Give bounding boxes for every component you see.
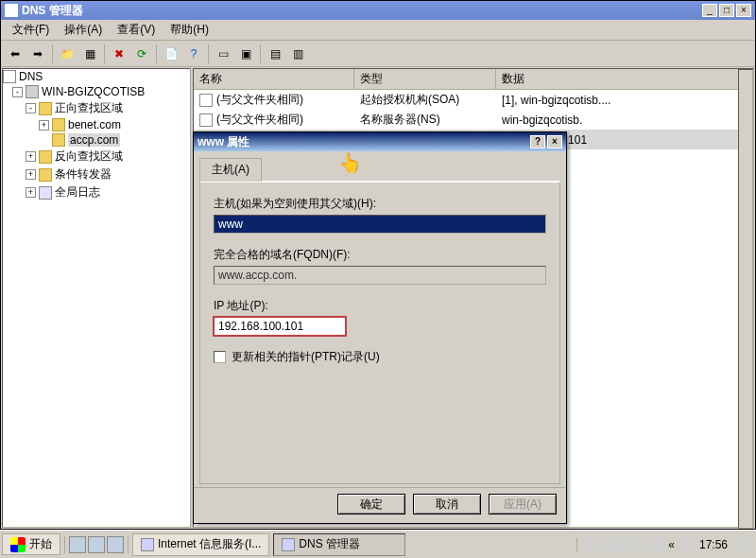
tree-fwd-zone[interactable]: -正向查找区域 [3,99,190,117]
expand-icon[interactable]: - [26,103,36,113]
quick-launch [64,536,129,553]
maximize-button[interactable]: □ [719,4,734,17]
dialog-titlebar[interactable]: www 属性 ? × [194,132,566,151]
folder-icon [39,168,52,182]
menubar: 文件(F) 操作(A) 查看(V) 帮助(H) [1,20,755,41]
titlebar[interactable]: DNS 管理器 _ □ × [1,1,755,20]
action4-button[interactable]: ▥ [287,44,308,64]
tree-root[interactable]: DNS [3,69,190,84]
col-name[interactable]: 名称 [194,69,354,89]
app-icon [5,4,18,17]
zone-icon [52,118,65,131]
vertical-scrollbar[interactable] [738,69,753,529]
show-desktop-icon[interactable] [735,538,748,551]
expand-icon[interactable]: - [12,87,23,97]
dialog-buttons: 确定 取消 应用(A) [194,487,566,520]
server-icon [26,85,39,98]
task-dns[interactable]: DNS 管理器 [273,533,405,556]
tab-page: 主机(如果为空则使用其父域)(H): 完全合格的域名(FQDN)(F): IP … [199,182,560,484]
clock[interactable]: 17:56 [696,538,731,551]
dialog-close-button[interactable]: × [547,135,562,148]
tree-panel[interactable]: DNS -WIN-BGIZQCOTISB -正向查找区域 +benet.com … [2,68,191,528]
expand-icon[interactable]: + [39,120,49,131]
tree-rev-zone[interactable]: +反向查找区域 [3,148,190,166]
menu-help[interactable]: 帮助(H) [163,20,216,40]
dns-task-icon [282,538,295,551]
dns-icon [3,70,16,83]
list-row[interactable]: (与父文件夹相同) 名称服务器(NS) win-bgizqcotisb. [194,110,753,130]
action2-button[interactable]: ▣ [235,44,256,64]
ptr-label: 更新相关的指针(PTR)记录(U) [232,349,380,365]
ip-input[interactable] [214,317,346,336]
menu-file[interactable]: 文件(F) [5,20,57,40]
tree-cond-fwd[interactable]: +条件转发器 [3,166,190,183]
tree-zone-accp[interactable]: accp.com [3,132,190,148]
properties-dialog: www 属性 ? × 主机(A) 主机(如果为空则使用其父域)(H): 完全合格… [193,131,567,524]
cancel-button[interactable]: 取消 [413,494,481,514]
folder-icon [39,150,52,164]
expand-icon[interactable]: + [26,169,36,180]
fqdn-input [214,266,546,285]
delete-button[interactable]: ✖ [109,44,129,64]
tray-icon[interactable] [583,538,596,551]
taskbar: 开始 Internet 信息服务(I... DNS 管理器 « 17:56 [0,530,756,558]
apply-button[interactable]: 应用(A) [489,494,557,514]
back-button[interactable]: ⬅ [5,44,26,64]
properties-button[interactable]: 📄 [161,44,181,64]
menu-view[interactable]: 查看(V) [110,20,163,40]
help-button[interactable]: ? [183,44,204,64]
action3-button[interactable]: ▤ [265,44,285,64]
start-button[interactable]: 开始 [2,533,60,555]
ql-icon-2[interactable] [88,536,105,553]
tree-global-log[interactable]: +全局日志 [3,183,190,201]
dialog-title: www 属性 [198,134,530,150]
ql-icon-3[interactable] [107,536,124,553]
tray-icon[interactable] [651,538,664,551]
dialog-help-button[interactable]: ? [530,135,545,148]
tree-server[interactable]: -WIN-BGIZQCOTISB [3,84,190,99]
close-button[interactable]: × [736,4,751,17]
ql-icon-1[interactable] [69,536,86,553]
col-data[interactable]: 数据 [496,69,753,89]
host-input[interactable] [214,215,546,234]
zone-icon [52,133,65,147]
tab-host-a[interactable]: 主机(A) [199,158,262,182]
up-button[interactable]: 📁 [57,44,77,64]
folder-icon [39,102,52,115]
fqdn-label: 完全合格的域名(FQDN)(F): [214,247,546,263]
list-row[interactable]: (与父文件夹相同) 起始授权机构(SOA) [1], win-bgizqcoti… [194,90,753,110]
host-label: 主机(如果为空则使用其父域)(H): [214,196,546,212]
tray-icon[interactable] [600,538,613,551]
menu-action[interactable]: 操作(A) [57,20,110,40]
action1-button[interactable]: ▭ [213,44,233,64]
tray-icon[interactable] [617,538,630,551]
record-icon [199,94,213,107]
ok-button[interactable]: 确定 [337,494,405,514]
record-icon [199,113,213,127]
tree-zone-benet[interactable]: +benet.com [3,117,190,132]
expand-icon[interactable]: + [26,187,36,198]
tab-strip: 主机(A) [199,157,560,182]
tray-icon[interactable] [679,538,692,551]
log-icon [39,186,52,200]
show-hide-tree-button[interactable]: ▦ [79,44,100,64]
system-tray: « 17:56 [576,538,754,551]
ip-label: IP 地址(P): [214,298,546,314]
task-iis[interactable]: Internet 信息服务(I... [132,533,269,556]
iis-icon [141,538,154,551]
tray-icon[interactable] [634,538,647,551]
col-type[interactable]: 类型 [354,69,496,89]
expand-icon[interactable]: + [26,151,36,162]
refresh-button[interactable]: ⟳ [131,44,152,64]
windows-icon [10,537,26,552]
toolbar: ⬅ ➡ 📁 ▦ ✖ ⟳ 📄 ? ▭ ▣ ▤ ▥ [1,41,755,67]
forward-button[interactable]: ➡ [27,44,48,64]
minimize-button[interactable]: _ [702,4,717,17]
ptr-checkbox[interactable] [214,351,226,363]
window-title: DNS 管理器 [22,3,702,19]
list-header: 名称 类型 数据 [194,69,753,90]
